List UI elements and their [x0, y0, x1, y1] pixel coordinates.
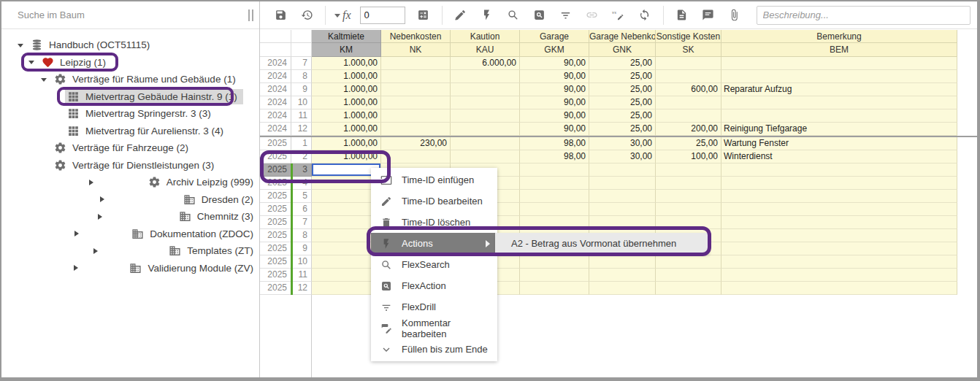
menu-item-flexsearch[interactable]: FlexSearch [371, 254, 497, 275]
cell-gkm[interactable] [520, 255, 589, 269]
tree-item-content[interactable]: Verträge für Fahrzeuge (2) [52, 140, 194, 155]
cell-bem[interactable] [721, 216, 957, 229]
collapse-arrow-icon[interactable] [26, 231, 127, 236]
history-button[interactable] [297, 6, 316, 25]
cell-kau[interactable] [451, 137, 520, 150]
tree-item-handbuch[interactable]: Handbuch (OCT51115) [1, 36, 259, 54]
cell-gnk[interactable] [589, 190, 656, 203]
cell-km[interactable]: 1.000,00 [312, 96, 381, 109]
row-header-month[interactable]: 8 [291, 229, 312, 242]
cell-gkm[interactable] [520, 190, 589, 203]
cell-kau[interactable]: 6.000,00 [451, 57, 520, 70]
tree-item-content[interactable]: Chemnitz (3) [177, 209, 259, 224]
cell-gkm[interactable] [520, 203, 589, 216]
cell-gkm[interactable]: 90,00 [520, 96, 589, 109]
cell-bem[interactable] [721, 255, 957, 269]
cell-bem[interactable] [721, 163, 957, 177]
cell-kau[interactable] [451, 150, 520, 163]
collapse-arrow-icon[interactable] [38, 180, 144, 185]
cell-bem[interactable] [721, 229, 957, 242]
column-header-kau[interactable]: KAU [451, 43, 520, 57]
context-submenu-item-a2[interactable]: A2 - Betrag aus Vormonat übernehmen [495, 233, 708, 254]
row-header-month[interactable]: 7 [291, 57, 312, 70]
cell-bem[interactable] [721, 203, 957, 216]
row-header-year[interactable]: 2025 [260, 216, 291, 229]
menu-item-time-id-bearbeiten[interactable]: Time-ID bearbeiten [371, 190, 497, 212]
cell-gkm[interactable] [520, 269, 589, 282]
cell-gnk[interactable]: 25,00 [589, 109, 656, 123]
tree-item-vertraege-raeume-gebaeude[interactable]: Verträge für Räume und Gebäude (1) [1, 71, 259, 88]
tree-item-content[interactable]: Handbuch (OCT51115) [28, 37, 156, 53]
cell-sk[interactable] [656, 203, 721, 216]
document-button[interactable] [673, 6, 692, 25]
cell-sk[interactable] [656, 269, 721, 282]
collapse-arrow-icon[interactable] [26, 196, 179, 202]
cell-km[interactable]: 1.000,00 [312, 137, 381, 150]
refresh-button[interactable] [635, 6, 654, 25]
cell-km[interactable]: 1.000,00 [312, 123, 381, 136]
column-header-kau[interactable]: Kaution [451, 30, 520, 43]
cell-gnk[interactable] [589, 282, 656, 295]
row-header-year[interactable]: 2025 [260, 242, 291, 255]
menu-item-kommentar-bearbeiten[interactable]: Kommentar bearbeiten [371, 318, 497, 339]
row-header-month[interactable]: 5 [291, 190, 312, 203]
column-header-sk[interactable]: Sonstige Kosten [656, 30, 721, 43]
cell-nk[interactable] [381, 150, 451, 163]
tree-item-content[interactable]: Verträge für Dienstleistungen (3) [52, 158, 220, 173]
cell-km[interactable]: 1.000,00 [312, 109, 381, 123]
row-header-year[interactable]: 2024 [260, 83, 291, 96]
column-header-nk[interactable]: NK [381, 43, 451, 57]
row-header-month[interactable]: 10 [291, 96, 312, 109]
tree-item-content[interactable]: Dokumentation (ZDOC) [129, 226, 259, 242]
calculator-button[interactable] [414, 6, 433, 25]
row-header-month[interactable]: 9 [291, 242, 312, 255]
cell-bem[interactable] [721, 269, 957, 282]
collapse-arrow-icon[interactable] [26, 248, 164, 254]
tree-item-content[interactable]: Leipzig (1) [39, 55, 112, 70]
tree-item-content[interactable]: Mietvertrag für Aurelienstr. 3 (4) [65, 123, 229, 139]
expand-arrow-icon[interactable] [15, 40, 26, 50]
column-header-gnk[interactable]: GNK [589, 43, 656, 57]
cell-gnk[interactable]: 25,00 [589, 96, 656, 109]
cell-bem[interactable]: Reinigung Tiefgarage [721, 123, 957, 136]
column-header-gkm[interactable]: GKM [520, 43, 589, 57]
menu-item-f-llen-bis-zum-ende[interactable]: Füllen bis zum Ende [371, 339, 497, 360]
panel-resize-handle[interactable] [245, 9, 256, 21]
tree-item-dokumentation[interactable]: Dokumentation (ZDOC) [1, 226, 259, 243]
column-header-sk[interactable]: SK [656, 43, 721, 57]
column-header-gnk[interactable]: Garage Nebenkosten [589, 30, 656, 43]
row-header-year[interactable]: 2025 [260, 203, 291, 216]
row-header-year[interactable]: 2025 [260, 229, 291, 242]
row-header-month[interactable]: 4 [291, 177, 312, 190]
cell-bem[interactable] [721, 282, 957, 295]
tree-item-content[interactable]: Verträge für Räume und Gebäude (1) [52, 72, 242, 87]
menu-item-time-id-l-schen[interactable]: Time-ID löschen [371, 212, 497, 233]
collapse-arrow-icon[interactable] [26, 265, 125, 271]
row-header-month[interactable]: 11 [291, 109, 312, 123]
tree-item-mietvertrag-springerstr-3[interactable]: Mietvertrag Springerstr. 3 (3) [1, 105, 259, 123]
cell-bem[interactable] [721, 57, 957, 70]
cell-sk[interactable]: 600,00 [656, 83, 721, 96]
cell-sk[interactable] [656, 70, 721, 83]
cell-gkm[interactable]: 90,00 [520, 70, 589, 83]
cell-kau[interactable] [451, 109, 520, 123]
tree-item-dresden[interactable]: Dresden (2) [1, 191, 259, 209]
cell-bem[interactable] [721, 177, 957, 190]
cell-bem[interactable]: Wartung Fenster [721, 137, 957, 150]
cell-gkm[interactable]: 90,00 [520, 109, 589, 123]
search-button[interactable] [504, 6, 523, 25]
tree-item-mietvertrag-aurelienstr-3[interactable]: Mietvertrag für Aurelienstr. 3 (4) [1, 123, 259, 140]
tree-item-archiv-leipzig[interactable]: Archiv Leipzig (999) [1, 174, 259, 191]
cell-sk[interactable]: 100,00 [656, 150, 721, 163]
cell-bem[interactable]: Winterdienst [721, 150, 957, 163]
link-button[interactable] [583, 6, 602, 25]
cell-gnk[interactable] [589, 269, 656, 282]
column-header-km[interactable]: KM [312, 43, 381, 57]
cell-nk[interactable] [381, 57, 451, 70]
cell-bem[interactable]: Reparatur Aufzug [721, 83, 957, 96]
cell-gnk[interactable]: 30,00 [589, 137, 656, 150]
attachment-button[interactable] [725, 6, 744, 25]
cell-gnk[interactable]: 30,00 [589, 150, 656, 163]
row-header-year[interactable]: 2024 [260, 96, 291, 109]
row-header-year[interactable]: 2025 [260, 255, 291, 269]
